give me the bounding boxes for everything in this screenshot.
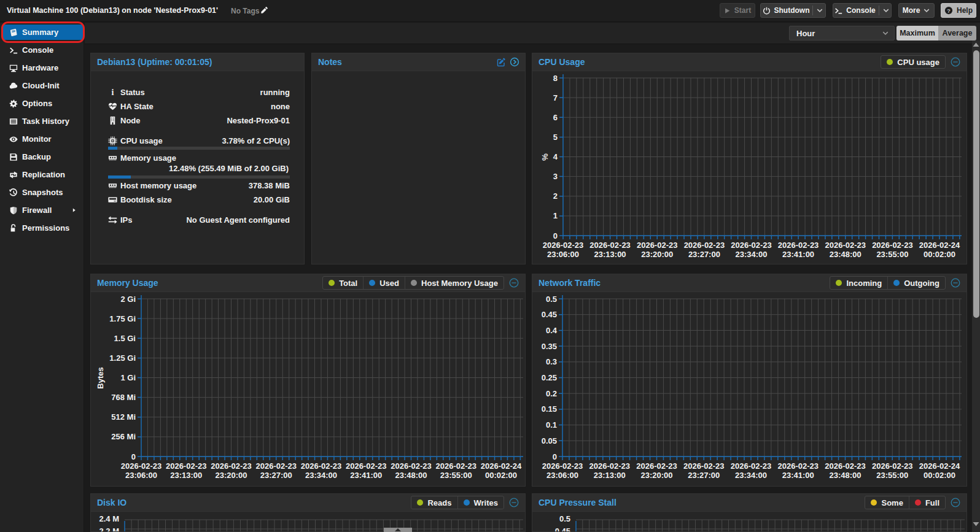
svg-text:23:20:00: 23:20:00 [641, 250, 673, 259]
svg-text:2026-02-23: 2026-02-23 [542, 461, 583, 471]
svg-text:2026-02-23: 2026-02-23 [211, 461, 252, 471]
svg-text:23:34:00: 23:34:00 [735, 250, 767, 259]
svg-text:0.3: 0.3 [546, 357, 557, 366]
svg-text:7: 7 [553, 93, 558, 102]
svg-text:23:48:00: 23:48:00 [829, 471, 861, 480]
svg-text:0.05: 0.05 [542, 436, 557, 445]
svg-text:23:55:00: 23:55:00 [440, 471, 472, 480]
svg-text:2 Gi: 2 Gi [120, 295, 136, 304]
svg-text:2026-02-23: 2026-02-23 [825, 461, 866, 471]
svg-text:2026-02-23: 2026-02-23 [683, 461, 725, 471]
svg-text:2026-02-23: 2026-02-23 [589, 241, 631, 250]
svg-text:2.4 M: 2.4 M [99, 514, 119, 523]
svg-text:0.4: 0.4 [546, 326, 558, 335]
svg-text:23:20:00: 23:20:00 [215, 471, 247, 480]
svg-text:1 Gi: 1 Gi [120, 373, 136, 382]
svg-text:0.5: 0.5 [546, 295, 557, 304]
svg-text:23:13:00: 23:13:00 [170, 471, 202, 480]
svg-text:2026-02-23: 2026-02-23 [436, 461, 477, 471]
svg-text:23:34:00: 23:34:00 [305, 471, 337, 480]
svg-text:0.1: 0.1 [546, 420, 557, 430]
svg-text:Bytes: Bytes [96, 367, 105, 388]
svg-text:2026-02-23: 2026-02-23 [166, 461, 207, 471]
svg-text:8: 8 [553, 74, 558, 83]
svg-text:2026-02-23: 2026-02-23 [684, 241, 725, 250]
svg-text:23:20:00: 23:20:00 [640, 471, 672, 480]
svg-text:1.25 Gi: 1.25 Gi [109, 353, 136, 363]
svg-text:23:55:00: 23:55:00 [876, 471, 908, 480]
svg-text:2026-02-24: 2026-02-24 [919, 241, 960, 250]
svg-text:0.45: 0.45 [542, 310, 557, 319]
svg-text:23:13:00: 23:13:00 [594, 250, 626, 259]
svg-text:2026-02-23: 2026-02-23 [637, 241, 678, 250]
svg-text:23:27:00: 23:27:00 [688, 471, 720, 480]
svg-text:2026-02-23: 2026-02-23 [391, 461, 432, 471]
svg-text:2026-02-23: 2026-02-23 [543, 241, 584, 250]
svg-text:2026-02-23: 2026-02-23 [731, 461, 772, 471]
svg-text:23:06:00: 23:06:00 [546, 471, 578, 480]
svg-text:00:02:00: 00:02:00 [485, 471, 517, 480]
svg-text:1.75 Gi: 1.75 Gi [109, 314, 136, 323]
svg-text:23:48:00: 23:48:00 [830, 250, 861, 259]
svg-text:0.5: 0.5 [559, 514, 570, 523]
svg-text:23:41:00: 23:41:00 [782, 250, 814, 259]
svg-text:3: 3 [553, 172, 558, 181]
svg-text:0.15: 0.15 [542, 404, 557, 414]
svg-text:0: 0 [131, 452, 136, 461]
svg-text:5: 5 [553, 133, 558, 142]
svg-text:0.35: 0.35 [542, 342, 557, 351]
svg-text:2026-02-23: 2026-02-23 [731, 241, 772, 250]
svg-text:00:02:00: 00:02:00 [924, 250, 955, 259]
svg-text:2026-02-23: 2026-02-23 [256, 461, 297, 471]
svg-text:2026-02-23: 2026-02-23 [825, 241, 866, 250]
svg-text:23:27:00: 23:27:00 [260, 471, 292, 480]
svg-text:23:13:00: 23:13:00 [594, 471, 626, 480]
svg-text:768 Mi: 768 Mi [111, 393, 136, 402]
svg-text:0: 0 [553, 452, 557, 461]
svg-text:00:02:00: 00:02:00 [924, 471, 955, 480]
svg-text:6: 6 [553, 113, 558, 122]
svg-text:2026-02-23: 2026-02-23 [872, 241, 913, 250]
svg-text:2.2 M: 2.2 M [99, 526, 119, 532]
svg-text:1.5 Gi: 1.5 Gi [114, 334, 136, 343]
svg-text:0.25: 0.25 [542, 373, 557, 382]
svg-text:2026-02-23: 2026-02-23 [778, 461, 819, 471]
svg-text:2026-02-23: 2026-02-23 [121, 461, 162, 471]
svg-text:2026-02-23: 2026-02-23 [636, 461, 677, 471]
svg-text:0.2: 0.2 [546, 389, 557, 398]
svg-text:2026-02-23: 2026-02-23 [589, 461, 631, 471]
svg-text:%: % [540, 153, 550, 161]
svg-text:2: 2 [553, 191, 558, 201]
svg-text:2026-02-24: 2026-02-24 [919, 461, 960, 471]
svg-text:23:27:00: 23:27:00 [688, 250, 720, 259]
svg-text:512 Mi: 512 Mi [111, 412, 136, 422]
svg-text:23:41:00: 23:41:00 [350, 471, 382, 480]
svg-text:?: ? [947, 7, 951, 14]
svg-text:23:34:00: 23:34:00 [735, 471, 767, 480]
svg-text:4: 4 [553, 152, 558, 161]
svg-text:0: 0 [553, 231, 558, 241]
svg-text:23:48:00: 23:48:00 [395, 471, 427, 480]
svg-text:23:06:00: 23:06:00 [547, 250, 579, 259]
svg-text:2026-02-23: 2026-02-23 [346, 461, 387, 471]
svg-text:2026-02-23: 2026-02-23 [778, 241, 819, 250]
svg-text:23:55:00: 23:55:00 [876, 250, 908, 259]
svg-text:0.45: 0.45 [555, 526, 570, 532]
svg-text:23:41:00: 23:41:00 [782, 471, 814, 480]
svg-text:1: 1 [553, 211, 558, 220]
svg-text:2026-02-23: 2026-02-23 [301, 461, 342, 471]
svg-text:2026-02-23: 2026-02-23 [872, 461, 913, 471]
svg-text:256 Mi: 256 Mi [111, 432, 136, 441]
svg-text:i: i [112, 88, 114, 97]
svg-text:2026-02-24: 2026-02-24 [481, 461, 522, 471]
svg-text:23:06:00: 23:06:00 [125, 471, 157, 480]
